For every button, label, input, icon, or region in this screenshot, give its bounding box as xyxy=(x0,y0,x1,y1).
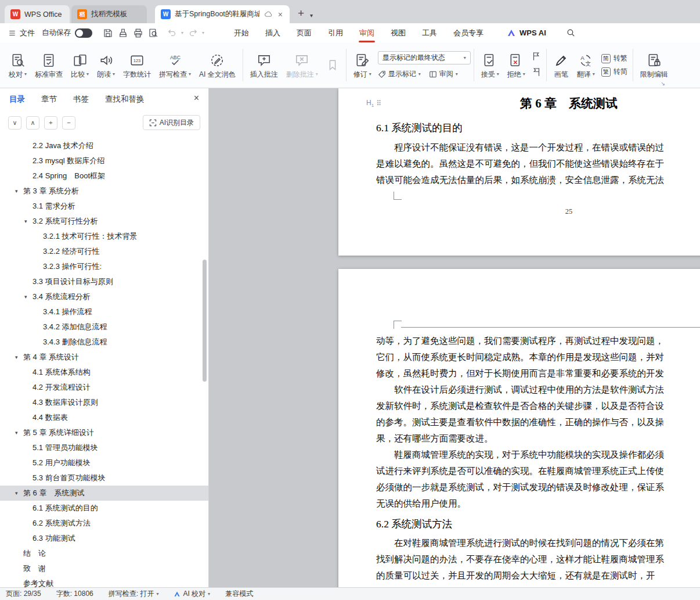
toc-item[interactable]: 4.3 数据库设计原则 xyxy=(0,395,208,410)
spellcheck-indicator[interactable]: 拼写检查: 打开 ▾ xyxy=(109,589,159,599)
tab-page-menu[interactable]: 页面 xyxy=(288,24,320,42)
undo-dropdown-icon[interactable]: ▾ xyxy=(179,30,185,35)
delete-comment-button[interactable]: 删除批注▾ xyxy=(282,46,322,84)
show-markup-button[interactable]: 显示标记 ▾ xyxy=(378,69,421,79)
toc-scrollbar-thumb[interactable] xyxy=(203,260,207,382)
read-aloud-button[interactable]: 朗读▾ xyxy=(93,46,119,84)
ribbon-expand-icon[interactable]: ↘ xyxy=(661,81,665,87)
tab-tools-menu[interactable]: 工具 xyxy=(414,24,445,42)
undo-button[interactable] xyxy=(164,26,179,40)
chevron-down-icon[interactable]: ▾ xyxy=(15,430,23,436)
toc-item[interactable]: ▾第 6 章 系统测试 xyxy=(0,486,208,501)
toc-item[interactable]: 6.2 系统测试方法 xyxy=(0,516,208,531)
toc-item[interactable]: 3.3 项目设计目标与原则 xyxy=(0,274,208,289)
previous-revision-button[interactable] xyxy=(531,51,542,63)
tab-insert-menu[interactable]: 插入 xyxy=(257,24,288,42)
tab-document-active[interactable]: W 基于SpringBoot的鞋履商城管 × xyxy=(155,5,290,23)
panel-tab-toc[interactable]: 目录 xyxy=(9,94,25,105)
reject-revision-button[interactable]: 拒绝▾ xyxy=(503,46,529,84)
insert-comment-button[interactable]: 插入批注 xyxy=(246,46,282,84)
tab-view-menu[interactable]: 视图 xyxy=(383,24,414,42)
ai-polish-button[interactable]: AI 全文润色 xyxy=(195,46,240,84)
zoom-in-outline-button[interactable]: + xyxy=(44,116,57,130)
toc-item[interactable]: ▾第 5 章 系统详细设计 xyxy=(0,425,208,440)
toc-item[interactable]: 3.2.2 经济可行性 xyxy=(0,244,208,259)
toc-item[interactable]: ▾3.4 系统流程分析 xyxy=(0,289,208,304)
close-tab-icon[interactable]: × xyxy=(277,10,284,19)
toc-item[interactable]: 2.2 Java 技术介绍 xyxy=(0,138,208,153)
ai-proofread-indicator[interactable]: AI 校对 ▾ xyxy=(174,589,210,599)
next-revision-button[interactable] xyxy=(531,67,542,79)
toc-item[interactable]: 6.3 功能测试 xyxy=(0,531,208,546)
compare-button[interactable]: 比较▾ xyxy=(67,46,93,84)
panel-tab-bookmarks[interactable]: 书签 xyxy=(73,94,89,105)
toc-item[interactable]: 3.1 需求分析 xyxy=(0,199,208,214)
toc-item[interactable]: 结 论 xyxy=(0,546,208,561)
toc-item[interactable]: 5.2 用户功能模块 xyxy=(0,455,208,470)
file-menu-button[interactable]: 文件 xyxy=(0,28,42,38)
toc-item[interactable]: 参考文献 xyxy=(0,576,208,587)
tab-list-dropdown-icon[interactable]: ▾ xyxy=(310,12,317,23)
toc-item[interactable]: 4.4 数据表 xyxy=(0,410,208,425)
word-count-indicator[interactable]: 字数: 10806 xyxy=(56,589,93,599)
tab-wps-office[interactable]: W WPS Office xyxy=(5,5,70,23)
print-preview-button[interactable] xyxy=(146,26,161,40)
panel-tab-sections[interactable]: 章节 xyxy=(41,94,57,105)
track-changes-button[interactable]: 修订▾ xyxy=(349,46,376,84)
close-panel-icon[interactable]: × xyxy=(194,93,199,103)
toc-item[interactable]: 3.4.1 操作流程 xyxy=(0,304,208,319)
toc-item[interactable]: 5.3 前台首页功能模块 xyxy=(0,470,208,486)
search-button[interactable] xyxy=(566,28,576,38)
save-button[interactable] xyxy=(100,26,116,40)
wps-ai-button[interactable]: WPS AI xyxy=(507,28,546,38)
simplified-to-traditional-button[interactable]: 简 转繁 xyxy=(601,53,627,63)
chevron-down-icon[interactable]: ▾ xyxy=(24,294,33,300)
accept-revision-button[interactable]: 接受▾ xyxy=(477,46,503,84)
document-page-26[interactable]: 动等，为了避免这些问题，我们需要测试程序，再测试过程中发现问题，它们，从而使系统… xyxy=(338,269,700,587)
tab-home-menu[interactable]: 开始 xyxy=(226,24,257,42)
toc-item[interactable]: 2.4 Spring Boot框架 xyxy=(0,168,208,184)
toc-item[interactable]: 4.1 系统体系结构 xyxy=(0,365,208,380)
toc-item[interactable]: 3.4.3 删除信息流程 xyxy=(0,335,208,350)
translate-button[interactable]: A文 翻译▾ xyxy=(573,46,599,84)
expand-all-button[interactable]: ∨ xyxy=(8,116,21,130)
tab-docer-templates[interactable]: 稻 找稻壳模板 xyxy=(71,5,147,23)
toc-item[interactable]: 3.2.3 操作可行性: xyxy=(0,259,208,274)
toc-item[interactable]: 2.3 mysql 数据库介绍 xyxy=(0,153,208,168)
autosave-toggle[interactable] xyxy=(75,28,92,38)
redo-button[interactable] xyxy=(185,26,200,40)
chevron-down-icon[interactable]: ▾ xyxy=(15,188,23,194)
toc-item[interactable]: 3.2.1 技术可行性：技术背景 xyxy=(0,229,208,244)
tab-member-menu[interactable]: 会员专享 xyxy=(445,24,492,42)
toc-item[interactable]: ▾3.2 系统可行性分析 xyxy=(0,214,208,229)
brush-button[interactable]: 画笔 xyxy=(550,46,573,84)
print-button[interactable] xyxy=(131,26,146,40)
previous-comment-button[interactable] xyxy=(322,46,343,84)
spell-check-button[interactable]: ABC 拼写检查▾ xyxy=(155,46,195,84)
chevron-down-icon[interactable]: ▾ xyxy=(15,354,23,360)
chevron-down-icon[interactable]: ▾ xyxy=(15,490,23,496)
standard-review-button[interactable]: 标准审查 xyxy=(31,46,67,84)
toc-item[interactable]: ▾第 3 章 系统分析 xyxy=(0,184,208,199)
word-count-button[interactable]: 123 字数统计 xyxy=(119,46,155,84)
markup-state-select[interactable]: 显示标记的最终状态 ▾ xyxy=(378,51,471,64)
proofread-button[interactable]: 校对▾ xyxy=(5,46,31,84)
tab-review-menu[interactable]: 审阅 xyxy=(351,24,383,42)
restrict-edit-button[interactable]: 限制编辑 xyxy=(636,46,672,84)
toc-item[interactable]: 5.1 管理员功能模块 xyxy=(0,440,208,455)
toc-item[interactable]: 3.4.2 添加信息流程 xyxy=(0,319,208,335)
toc-item[interactable]: ▾第 4 章 系统设计 xyxy=(0,350,208,365)
new-tab-button[interactable]: + xyxy=(290,7,310,23)
document-canvas[interactable]: H1 ⠿ 第 6 章 系统测试 6.1 系统测试的目的 程序设计不能保证没有错误… xyxy=(209,88,700,587)
traditional-to-simplified-button[interactable]: 繁 转简 xyxy=(601,67,627,77)
panel-tab-find-replace[interactable]: 查找和替换 xyxy=(105,94,145,105)
toc-item[interactable]: 致 谢 xyxy=(0,561,208,576)
page-indicator[interactable]: 页面: 29/35 xyxy=(6,589,41,599)
ai-recognize-toc-button[interactable]: AI识别目录 xyxy=(143,115,200,130)
toc-item[interactable]: 4.2 开发流程设计 xyxy=(0,380,208,395)
export-pdf-button[interactable] xyxy=(116,26,131,40)
zoom-out-outline-button[interactable]: − xyxy=(62,116,75,130)
review-pane-button[interactable]: 审阅 ▾ xyxy=(429,69,458,79)
redo-dropdown-icon[interactable]: ▾ xyxy=(200,30,206,35)
chevron-down-icon[interactable]: ▾ xyxy=(24,218,33,224)
